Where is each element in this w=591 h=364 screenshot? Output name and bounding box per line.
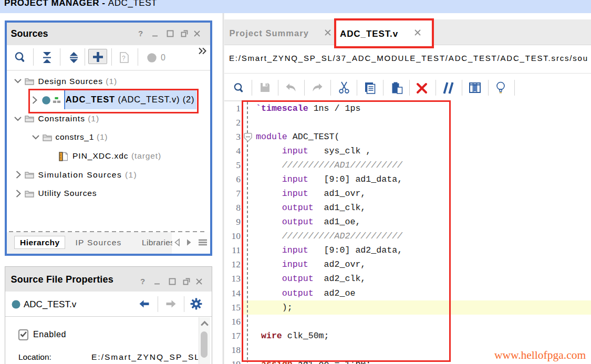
svg-text:?: ?	[122, 55, 126, 62]
svg-text:?: ?	[138, 29, 143, 38]
